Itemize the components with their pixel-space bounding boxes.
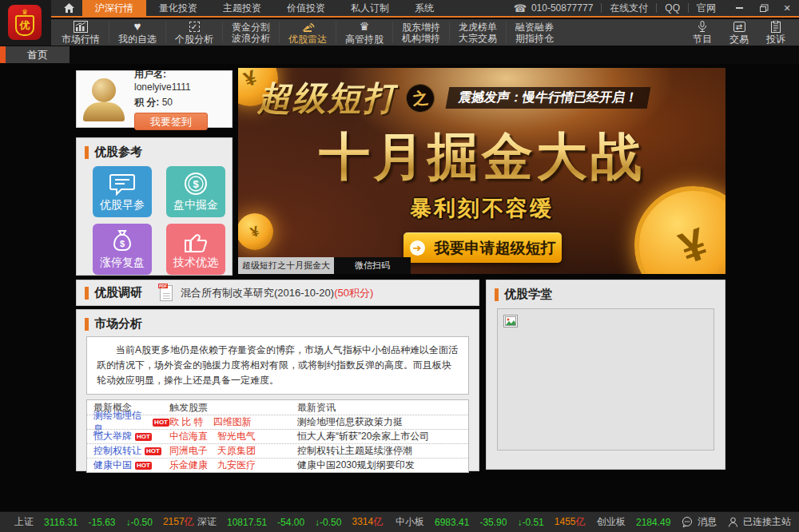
index-chinext[interactable]: 创业板 2184.49	[597, 515, 670, 529]
home-button[interactable]	[56, 0, 82, 16]
index-change: -35.90	[479, 517, 507, 528]
table-row[interactable]: 恒大举牌HOT 中信海直 智光电气 恒大人寿“斩获”20余家上市公司	[87, 429, 468, 443]
concept-link[interactable]: 健康中国	[93, 459, 132, 472]
news-text: 控制权转让主题延续涨停潮	[297, 444, 462, 458]
pdf-icon	[160, 285, 173, 301]
banner-title: 超级短打	[257, 76, 398, 121]
concept-table: 最新概念 触发股票 最新资讯 测绘地理信息HOT 欧 比 特 四维图新 测绘地理…	[86, 399, 469, 473]
index-volume: 1455亿	[555, 515, 586, 529]
hot-badge: HOT	[135, 462, 152, 470]
svg-text:$: $	[120, 239, 125, 248]
index-volume: 2157亿	[163, 515, 194, 529]
index-pct: ↓-0.50	[315, 517, 341, 528]
toolbar-right: 节目 ⇄ 交易 投诉	[684, 19, 799, 46]
link-online-pay[interactable]: 在线支付	[610, 2, 648, 15]
broken-image-icon	[503, 315, 518, 328]
menu-item-jiazhi[interactable]: 价值投资	[274, 0, 338, 16]
trigger-stocks[interactable]: 同洲电子 天原集团	[169, 444, 297, 458]
research-doc-link[interactable]: 混合所有制改革研究(2016-10-20)	[181, 286, 334, 300]
button-intraday-gold[interactable]: $ 盘中掘金	[166, 166, 225, 217]
speech-bubble-icon	[109, 173, 136, 196]
tool-stock-analysis[interactable]: ✓ 个股分析	[166, 19, 222, 46]
points-value: 50	[162, 97, 173, 108]
trigger-stocks[interactable]: 乐金健康 九安医疗	[169, 459, 297, 472]
user-panel: 用户名: lonelyive1111 积 分: 50 我要签到	[76, 70, 233, 128]
index-pct: ↓-0.51	[517, 517, 543, 528]
table-row[interactable]: 控制权转让HOT 同洲电子 天原集团 控制权转让主题延续涨停潮	[87, 443, 468, 458]
menu-item-xitong[interactable]: 系统	[402, 0, 447, 16]
tool-shareholder-institution[interactable]: 股东增持 机构增持	[393, 19, 449, 46]
banner-tab-wechat[interactable]: 微信扫码	[334, 257, 411, 274]
button-morning-report[interactable]: 优股早参	[93, 166, 152, 217]
user-connection-icon	[728, 517, 738, 527]
phone-icon: ☎	[514, 2, 527, 14]
index-value: 3116.31	[44, 517, 78, 528]
restore-button[interactable]	[751, 0, 775, 17]
tool-executive-holdings[interactable]: ♛ 高管持股	[336, 19, 392, 46]
index-shenzhen[interactable]: 深证 10817.51 -54.00 ↓-0.50 3314亿	[197, 515, 383, 529]
clipboard-icon	[771, 21, 781, 33]
index-change: -15.63	[89, 517, 116, 528]
menu-item-hushen[interactable]: 沪深行情	[82, 0, 146, 16]
col-header-stocks: 触发股票	[169, 401, 297, 415]
avatar	[83, 77, 125, 121]
radar-dish-icon	[301, 21, 315, 33]
banner-headline: 十月掘金大战	[238, 122, 725, 192]
tool-stock-radar[interactable]: 优股雷达	[280, 19, 336, 46]
index-shanghai[interactable]: 上证 3116.31 -15.63 ↓-0.50 2157亿	[14, 515, 194, 529]
crown-icon: ♛	[22, 9, 28, 15]
titlebar: 沪深行情 量化投资 主题投资 价值投资 私人订制 系统 ☎ 010-508777…	[0, 0, 799, 18]
tool-complaint[interactable]: 投诉	[757, 19, 794, 46]
accent-bar	[495, 288, 499, 301]
banner-apply-button[interactable]: ➔ 我要申请超级短打	[403, 232, 562, 263]
tool-my-watchlist[interactable]: ♥ 我的自选	[109, 19, 165, 46]
research-bar: 优股调研 混合所有制改革研究(2016-10-20) (50积分)	[76, 280, 479, 306]
index-value: 10817.51	[227, 517, 267, 528]
table-row[interactable]: 健康中国HOT 乐金健康 九安医疗 健康中国2030规划纲要印发	[87, 458, 468, 472]
research-title: 优股调研	[94, 285, 142, 300]
index-value: 6983.41	[435, 517, 469, 528]
button-limit-up-review[interactable]: $ 涨停复盘	[93, 224, 152, 275]
reference-panel: 优股参考 优股早参 $ 盘中掘金 $ 涨停复盘 技术优选	[76, 137, 233, 276]
message-label[interactable]: 消息	[698, 515, 717, 529]
link-website[interactable]: 官网	[697, 2, 716, 15]
close-button[interactable]: ✕	[775, 0, 799, 17]
reference-title: 优股参考	[94, 145, 142, 160]
bar-chart-icon	[74, 21, 88, 33]
signin-button[interactable]: 我要签到	[134, 113, 208, 130]
restore-icon	[760, 6, 766, 12]
statusbar-right: 消息 已连接主站	[682, 515, 791, 529]
trigger-stocks[interactable]: 中信海直 智光电气	[169, 430, 297, 443]
index-sme[interactable]: 中小板 6983.41 -35.90 ↓-0.51 1455亿	[396, 515, 585, 529]
menu-item-siren[interactable]: 私人订制	[338, 0, 402, 16]
logo-shield: 优	[15, 15, 34, 36]
promo-banner[interactable]: ¥ ¥ ¥ 超级短打 之 震撼发声：慢牛行情已经开启！ 十月掘金大战 暴利刻不容…	[238, 68, 725, 274]
tool-market-quotes[interactable]: 市场行情	[53, 19, 109, 46]
news-text: 健康中国2030规划纲要印发	[297, 459, 462, 472]
index-value: 2184.49	[636, 517, 670, 528]
tool-margin-futures[interactable]: 融资融券 期指持仓	[507, 19, 562, 46]
concept-link[interactable]: 控制权转让	[93, 444, 141, 458]
tab-home[interactable]: 首页	[6, 46, 70, 63]
table-row[interactable]: 测绘地理信息HOT 欧 比 特 四维图新 测绘地理信息获政策力挺	[87, 415, 468, 429]
message-bubble-icon	[682, 517, 693, 527]
trigger-stocks[interactable]: 欧 比 特 四维图新	[169, 415, 297, 429]
checkbox-icon: ✓	[189, 22, 200, 32]
tool-golden-section-wave[interactable]: 黄金分割 波浪分析	[223, 19, 279, 46]
tool-program[interactable]: 节目	[684, 19, 721, 46]
link-qq[interactable]: QQ	[665, 2, 680, 14]
banner-slogan: 暴利刻不容缓	[238, 194, 725, 223]
trade-swap-icon: ⇄	[733, 22, 745, 32]
minimize-button[interactable]	[727, 0, 751, 17]
accent-bar	[85, 146, 89, 159]
heart-icon: ♥	[134, 21, 141, 32]
banner-tab-current[interactable]: 超级短打之十月掘金大	[238, 257, 334, 274]
concept-link[interactable]: 恒大举牌	[93, 430, 132, 443]
tool-dragon-tiger-block[interactable]: 龙虎榜单 大宗交易	[450, 19, 506, 46]
button-tech-picks[interactable]: 技术优选	[166, 224, 225, 275]
svg-text:$: $	[193, 178, 199, 190]
market-analysis-panel: 市场分析 当前A股更多地仍是依赖于存量资金的博弈，市场人气指标中小创品种难以全面…	[76, 309, 479, 471]
menu-item-lianghua[interactable]: 量化投资	[146, 0, 210, 16]
tool-trade[interactable]: ⇄ 交易	[721, 19, 757, 46]
menu-item-zhuti[interactable]: 主题投资	[210, 0, 274, 16]
